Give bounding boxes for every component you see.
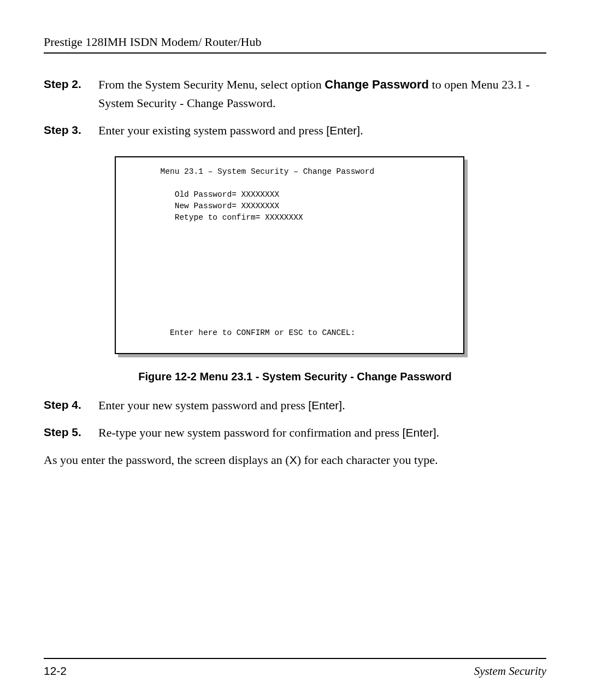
- body-para-key: X: [290, 454, 297, 466]
- step-4-post: .: [342, 398, 345, 412]
- step-3-label: Step 3.: [44, 121, 98, 140]
- figure-caption: Figure 12-2 Menu 23.1 - System Security …: [44, 370, 546, 383]
- step-2-bold: Change Password: [324, 78, 429, 91]
- page-header: Prestige 128IMH ISDN Modem/ Router/Hub: [44, 35, 546, 54]
- header-title: Prestige 128IMH ISDN Modem/ Router/Hub: [44, 35, 261, 49]
- step-4-label: Step 4.: [44, 396, 98, 415]
- step-2-text: From the System Security Menu, select op…: [98, 75, 546, 113]
- step-2-label: Step 2.: [44, 75, 98, 113]
- step-5-key: [Enter]: [403, 426, 436, 439]
- step-3: Step 3. Enter your existing system passw…: [44, 121, 546, 140]
- step-3-pre: Enter your existing system password and …: [98, 123, 326, 137]
- step-3-text: Enter your existing system password and …: [98, 121, 546, 140]
- step-5: Step 5. Re-type your new system password…: [44, 423, 546, 442]
- terminal-figure: Menu 23.1 – System Security – Change Pas…: [115, 156, 464, 354]
- step-4-text: Enter your new system password and press…: [98, 396, 546, 415]
- terminal-footer: Enter here to CONFIRM or ESC to CANCEL:: [122, 328, 355, 337]
- page-footer: 12-2 System Security: [44, 658, 546, 678]
- footer-section: System Security: [474, 664, 546, 678]
- step-4-key: [Enter]: [308, 399, 342, 411]
- step-5-label: Step 5.: [44, 423, 98, 442]
- body-para-post: ) for each character you type.: [297, 453, 438, 467]
- terminal-line3: Retype to confirm= XXXXXXXX: [122, 213, 303, 222]
- step-5-post: .: [436, 426, 439, 439]
- body-para-pre: As you enter the password, the screen di…: [44, 453, 290, 467]
- terminal-line2: New Password= XXXXXXXX: [122, 202, 279, 210]
- terminal-box: Menu 23.1 – System Security – Change Pas…: [115, 156, 464, 354]
- step-2-pre: From the System Security Menu, select op…: [98, 78, 324, 91]
- terminal-title: Menu 23.1 – System Security – Change Pas…: [122, 167, 374, 176]
- footer-page-number: 12-2: [44, 664, 67, 678]
- step-4-pre: Enter your new system password and press: [98, 398, 308, 412]
- step-5-text: Re-type your new system password for con…: [98, 423, 546, 442]
- terminal-line1: Old Password= XXXXXXXX: [122, 190, 279, 199]
- step-2: Step 2. From the System Security Menu, s…: [44, 75, 546, 113]
- step-3-post: .: [360, 123, 363, 137]
- body-para: As you enter the password, the screen di…: [44, 451, 546, 469]
- step-5-pre: Re-type your new system password for con…: [98, 426, 403, 439]
- step-3-key: [Enter]: [326, 124, 360, 137]
- step-4: Step 4. Enter your new system password a…: [44, 396, 546, 415]
